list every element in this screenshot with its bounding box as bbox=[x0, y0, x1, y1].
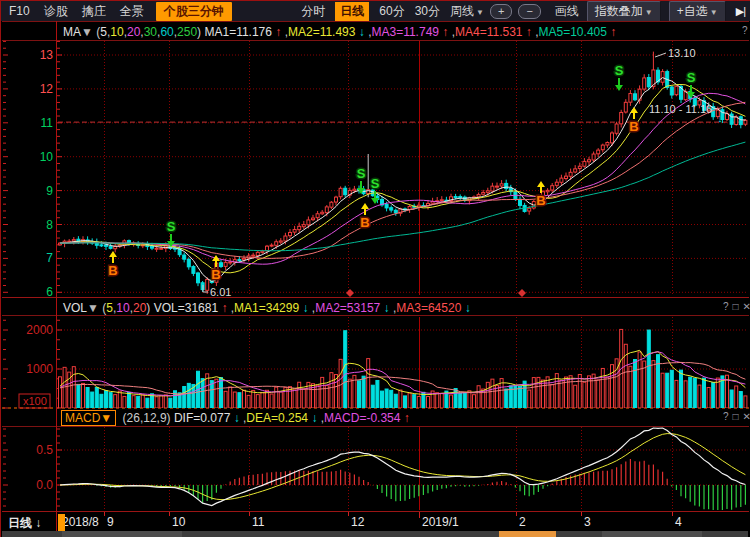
header-segment: ↑ bbox=[523, 25, 532, 39]
signal-markers: BSBSSBBSBS bbox=[108, 63, 695, 282]
header-segment: VOL bbox=[63, 301, 87, 315]
header-segment: 5 bbox=[106, 301, 113, 315]
header-segment: 250 bbox=[177, 25, 197, 39]
sell-signal-marker: S bbox=[357, 166, 366, 181]
header-segment: ▼ bbox=[87, 301, 99, 315]
macd-header: MACD▼ (26,12,9) DIF=0.077 ↓ ,DEA=0.254 ↓… bbox=[61, 411, 410, 425]
buy-signal-marker: B bbox=[211, 267, 220, 282]
price-axis-label: 6 bbox=[46, 285, 53, 299]
header-segment: MA bbox=[63, 25, 81, 39]
scrollbar-segment bbox=[62, 531, 182, 537]
low-price-annotation: 6.01 bbox=[210, 286, 231, 298]
header-segment: MA5=10.405 bbox=[539, 25, 607, 39]
chart-canvas[interactable]: 13121110987620001000x1000.50.02018/89101… bbox=[1, 1, 750, 537]
buy-signal-marker: B bbox=[629, 119, 638, 134]
header-segment: ↓ bbox=[308, 411, 317, 425]
high-price-annotation: 13.10 bbox=[668, 47, 696, 59]
x-axis-label: 2019/1 bbox=[422, 515, 459, 529]
header-segment: 20 bbox=[133, 301, 146, 315]
header-segment: MA3=64520 bbox=[396, 301, 461, 315]
volume-axis-label: 1000 bbox=[26, 362, 53, 376]
macd-axis-label: 0.0 bbox=[36, 478, 53, 492]
help-icon[interactable]: ? bbox=[723, 301, 729, 312]
header-segment: MA1=34299 bbox=[234, 301, 299, 315]
header-segment: , bbox=[281, 25, 288, 39]
header-segment: ▼ bbox=[100, 411, 112, 425]
buy-signal-marker: B bbox=[108, 263, 117, 278]
price-axis-label: 10 bbox=[40, 150, 54, 164]
axis-labels: 13121110987620001000x1000.50.02018/89101… bbox=[19, 48, 682, 529]
x-axis-label: 11 bbox=[252, 515, 265, 529]
header-segment: 20 bbox=[127, 25, 140, 39]
header-segment: ▼ bbox=[81, 25, 93, 39]
macd-axis-label: 0.5 bbox=[36, 443, 53, 457]
vol-header: VOL▼ (5,10,20) VOL=31681 ↑ ,MA1=34299 ↓ … bbox=[63, 301, 471, 315]
volume-axis-label: 2000 bbox=[26, 323, 53, 337]
sell-signal-marker: S bbox=[615, 63, 624, 78]
main-candles bbox=[59, 52, 747, 294]
header-segment: , bbox=[532, 25, 539, 39]
x-axis-label: 2 bbox=[519, 515, 526, 529]
ma-values: (5,10,20,30,60,250) MA1=11.176 ↑ ,MA2=11… bbox=[93, 25, 616, 39]
macd-values: (26,12,9) DIF=0.077 ↓ ,DEA=0.254 ↓ ,MACD… bbox=[119, 411, 410, 425]
macd-indicator-dropdown[interactable]: MACD▼ bbox=[61, 410, 116, 426]
help-icon[interactable]: ? bbox=[723, 411, 729, 422]
header-segment: 5 bbox=[100, 25, 107, 39]
maximize-icon[interactable]: □ bbox=[733, 411, 739, 422]
horizontal-scrollbar[interactable] bbox=[2, 531, 748, 537]
stock-app-window: F10 诊股 擒庄 全景 个股三分钟 分时 日线 60分 30分 周线▼ + −… bbox=[0, 0, 750, 537]
sell-signal-marker: S bbox=[371, 176, 380, 191]
header-segment: MACD=-0.354 bbox=[324, 411, 400, 425]
header-segment: MA2=53157 bbox=[315, 301, 380, 315]
header-segment: MA2=11.493 bbox=[288, 25, 356, 39]
header-segment: ↓ bbox=[355, 25, 364, 39]
scrollbar-thumb[interactable] bbox=[499, 531, 556, 537]
header-segment: VOL=31681 bbox=[154, 301, 218, 315]
close-icon[interactable]: ✕ bbox=[743, 411, 750, 422]
macd-lines bbox=[60, 428, 745, 506]
price-axis-label: 9 bbox=[46, 184, 53, 198]
buy-signal-marker: B bbox=[536, 193, 545, 208]
header-segment: 30 bbox=[144, 25, 157, 39]
x-axis-label: 9 bbox=[107, 515, 114, 529]
header-segment: MA4=11.531 bbox=[455, 25, 523, 39]
main-pane-icons: ? bbox=[738, 25, 748, 36]
vol-values: (5,10,20) VOL=31681 ↑ ,MA1=34299 ↓ ,MA2=… bbox=[99, 301, 471, 315]
axis-position-marker bbox=[58, 514, 65, 531]
header-segment: DIF=0.077 bbox=[174, 411, 230, 425]
header-segment: ) bbox=[146, 301, 153, 315]
header-segment: ↓ bbox=[461, 301, 470, 315]
header-segment: ↑ bbox=[272, 25, 281, 39]
price-axis-label: 13 bbox=[40, 48, 54, 62]
header-segment: ↑ bbox=[439, 25, 448, 39]
maximize-icon[interactable]: □ bbox=[733, 301, 739, 312]
x-axis-label: 4 bbox=[675, 515, 682, 529]
header-segment: ↓ bbox=[230, 411, 239, 425]
header-segment: ↓ bbox=[299, 301, 308, 315]
axis-ticks bbox=[3, 41, 62, 506]
header-segment: ↑ bbox=[400, 411, 409, 425]
x-axis-label: 3 bbox=[584, 515, 591, 529]
help-icon[interactable]: ? bbox=[742, 25, 748, 36]
header-segment: MACD bbox=[65, 411, 100, 425]
macd-pane-icons: ?□✕ bbox=[719, 411, 750, 422]
header-segment: DEA=0.254 bbox=[246, 411, 308, 425]
header-segment: 10 bbox=[116, 301, 129, 315]
close-icon[interactable]: ✕ bbox=[743, 301, 750, 312]
price-axis-label: 12 bbox=[40, 82, 54, 96]
macd-histogram bbox=[60, 459, 745, 510]
header-segment: ↑ bbox=[607, 25, 616, 39]
header-segment: MA3=11.749 bbox=[371, 25, 439, 39]
vol-pane-icons: ?□✕ bbox=[719, 301, 750, 312]
header-segment: (26,12,9) bbox=[119, 411, 174, 425]
header-segment: ↓ bbox=[380, 301, 389, 315]
ma-header: MA▼ (5,10,20,30,60,250) MA1=11.176 ↑ ,MA… bbox=[63, 25, 616, 39]
ma-indicator-dropdown[interactable]: MA▼ bbox=[63, 25, 93, 39]
scrollbar-segment bbox=[602, 531, 702, 537]
header-segment: MA1=11.176 bbox=[204, 25, 272, 39]
header-segment: 10 bbox=[110, 25, 123, 39]
vol-indicator-dropdown[interactable]: VOL▼ bbox=[63, 301, 99, 315]
period-axis-label[interactable]: 日线 ↓ bbox=[8, 515, 41, 532]
sell-signal-marker: S bbox=[687, 70, 696, 85]
x-axis-label: 12 bbox=[351, 515, 365, 529]
